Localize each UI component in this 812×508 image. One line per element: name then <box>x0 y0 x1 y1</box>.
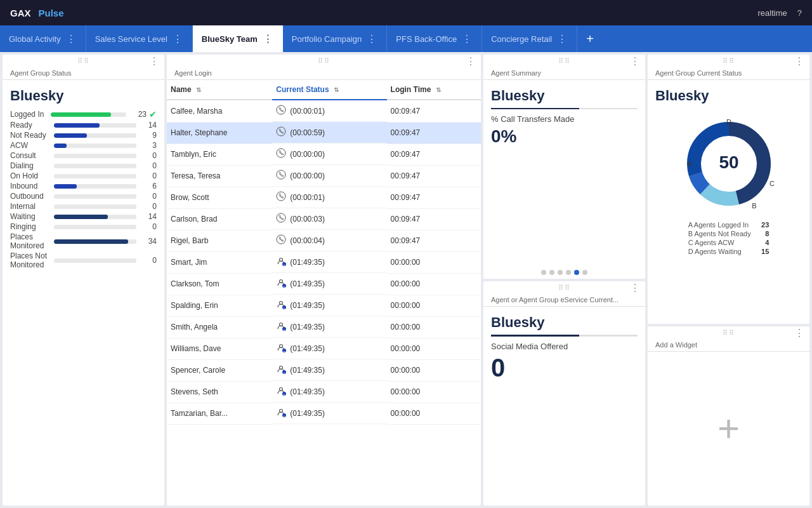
tab-global-activity[interactable]: Global Activity ⋮ <box>0 25 86 52</box>
agent-status-time: (00:00:59) <box>290 128 325 137</box>
table-row[interactable]: Teresa, Teresa (00:00:00)00:09:47 <box>167 165 481 187</box>
stat-bar-wrap <box>54 133 136 138</box>
svg-text:B: B <box>752 202 756 210</box>
phone-icon <box>276 234 286 246</box>
drag-handle: ⠿⠿ <box>723 57 735 65</box>
panel-menu-button[interactable]: ⋮ <box>630 282 640 294</box>
agent-name: Rigel, Barb <box>167 230 272 251</box>
tab-menu-dots[interactable]: ⋮ <box>557 33 568 45</box>
stat-row: Waiting14 <box>10 212 157 221</box>
stat-label: Inbound <box>10 182 51 190</box>
tab-portfolio-campaign[interactable]: Portfolio Campaign ⋮ <box>283 25 388 52</box>
add-widget-content: + <box>717 352 740 505</box>
nav-left: GAX Pulse <box>10 8 64 18</box>
agent-table: Name ⇅ Current Status ⇅ Login Time ⇅ Cal… <box>167 80 481 425</box>
agent-summary-content: Bluesky % Call Transfers Made 0% <box>483 80 645 266</box>
table-row[interactable]: Smith, Angela + (01:49:35)00:00:00 <box>167 316 481 338</box>
stat-value: 0 <box>139 222 157 231</box>
donut-group-name: Bluesky <box>655 88 802 104</box>
panel-menu-button[interactable]: ⋮ <box>794 327 804 339</box>
agent-status: (00:00:00) <box>272 144 386 165</box>
table-row[interactable]: Clarkson, Tom + (01:49:35)00:00:00 <box>167 273 481 295</box>
tab-menu-dots[interactable]: ⋮ <box>66 33 77 45</box>
stat-value: 6 <box>139 182 157 190</box>
dot-3[interactable] <box>558 270 563 275</box>
legend-row-d: D Agents Waiting 15 <box>688 248 769 255</box>
table-row[interactable]: Brow, Scott (00:00:01)00:09:47 <box>167 187 481 208</box>
agent-login-time: 00:09:47 <box>387 122 481 144</box>
right-col-1: ⠿⠿ ⋮ Agent Summary Bluesky % Call Transf… <box>483 55 645 505</box>
panel-menu-button[interactable]: ⋮ <box>794 55 804 67</box>
dot-2[interactable] <box>549 270 554 275</box>
stats-list: Logged In23✔Ready14Not Ready9ACW3Consult… <box>10 109 157 269</box>
agent-login-content: Name ⇅ Current Status ⇅ Login Time ⇅ Cal… <box>167 80 481 505</box>
table-row[interactable]: Tamblyn, Eric (00:00:00)00:09:47 <box>167 144 481 165</box>
stat-bar-wrap <box>54 215 136 219</box>
stat-label: Ready <box>10 121 51 130</box>
tab-menu-dots[interactable]: ⋮ <box>462 33 473 45</box>
stat-value: 34 <box>139 237 157 246</box>
table-row[interactable]: Stevens, Seth + (01:49:35)00:00:00 <box>167 381 481 403</box>
table-row[interactable]: Spencer, Carole + (01:49:35)00:00:00 <box>167 359 481 381</box>
svg-text:+: + <box>284 414 285 418</box>
drag-handle: ⠿⠿ <box>558 57 571 65</box>
stat-row: Dialing0 <box>10 161 157 170</box>
legend-row-c: C Agents ACW 4 <box>688 239 769 246</box>
col-login-time[interactable]: Login Time ⇅ <box>387 80 481 100</box>
panel-menu-button[interactable]: ⋮ <box>149 55 159 67</box>
agent-status-time: (01:49:35) <box>290 279 325 288</box>
stat-row: Not Ready9 <box>10 131 157 140</box>
agent-icon: + <box>276 299 286 311</box>
dot-6[interactable] <box>582 270 587 275</box>
realtime-label: realtime <box>758 8 787 18</box>
table-row[interactable]: Spalding, Erin + (01:49:35)00:00:00 <box>167 295 481 316</box>
dot-1[interactable] <box>541 270 546 275</box>
col-name[interactable]: Name ⇅ <box>167 80 272 100</box>
phone-icon <box>276 213 286 225</box>
tab-menu-dots[interactable]: ⋮ <box>263 33 273 45</box>
right-col-2: ⠿⠿ ⋮ Agent Group Current Status Bluesky <box>648 55 809 505</box>
tab-concierge-retail[interactable]: Concierge Retail ⋮ <box>482 25 577 52</box>
agent-status: + (01:49:35) <box>272 359 386 381</box>
agent-login-time: 00:09:47 <box>387 208 481 230</box>
agent-login-time: 00:00:00 <box>387 251 481 273</box>
agent-name: Teresa, Teresa <box>167 165 272 187</box>
stat-value: 0 <box>139 202 157 211</box>
dot-5[interactable] <box>574 270 579 275</box>
agent-status-time: (00:00:04) <box>290 236 325 245</box>
table-row[interactable]: Tamzarian, Bar... + (01:49:35)00:00:00 <box>167 403 481 424</box>
tab-pfs-back-office[interactable]: PFS Back-Office ⋮ <box>387 25 482 52</box>
stat-row: Internal0 <box>10 202 157 211</box>
agent-status: (00:00:01) <box>272 187 386 208</box>
table-row[interactable]: Carlson, Brad (00:00:03)00:09:47 <box>167 208 481 230</box>
agent-status-time: (00:00:00) <box>290 171 325 180</box>
stat-row: Places Monitored34 <box>10 232 157 250</box>
add-widget-plus-icon[interactable]: + <box>717 410 740 448</box>
tab-menu-dots[interactable]: ⋮ <box>367 33 377 45</box>
agent-status: + (01:49:35) <box>272 338 386 359</box>
tab-sales-service-level[interactable]: Sales Service Level ⋮ <box>86 25 193 52</box>
panel-menu-button[interactable]: ⋮ <box>630 55 640 67</box>
tab-label: Portfolio Campaign <box>292 34 362 44</box>
dot-4[interactable] <box>566 270 571 275</box>
table-row[interactable]: Rigel, Barb (00:00:04)00:09:47 <box>167 230 481 251</box>
stat-bar-wrap <box>54 204 136 209</box>
tab-bluesky-team[interactable]: BlueSky Team ⋮ <box>193 25 283 52</box>
table-row[interactable]: Smart, Jim + (01:49:35)00:00:00 <box>167 251 481 273</box>
help-icon[interactable]: ? <box>797 8 802 18</box>
agent-status-time: (00:00:00) <box>290 150 325 159</box>
stat-label: Internal <box>10 202 51 211</box>
table-row[interactable]: Calfee, Marsha (00:00:01)00:09:47 <box>167 100 481 122</box>
table-row[interactable]: Halter, Stephane (00:00:59)00:09:47 <box>167 122 481 144</box>
drag-handle: ⠿⠿ <box>318 57 331 65</box>
panel-menu-button[interactable]: ⋮ <box>466 55 476 67</box>
agent-name: Clarkson, Tom <box>167 273 272 295</box>
tab-menu-dots[interactable]: ⋮ <box>173 33 183 45</box>
add-tab-button[interactable]: + <box>577 25 603 52</box>
col-current-status[interactable]: Current Status ⇅ <box>272 80 386 100</box>
agent-icon: + <box>276 407 286 419</box>
agent-name: Halter, Stephane <box>167 122 272 144</box>
table-row[interactable]: Williams, Dave + (01:49:35)00:00:00 <box>167 338 481 359</box>
panel-handle-row: ⠿⠿ ⋮ <box>648 326 809 340</box>
tab-label: PFS Back-Office <box>396 34 457 44</box>
